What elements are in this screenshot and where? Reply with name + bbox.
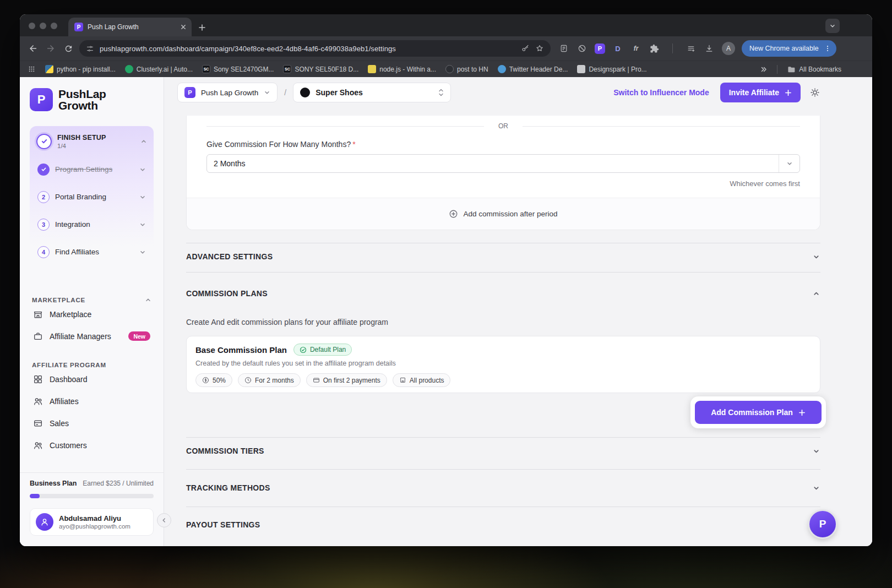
all-bookmarks-button[interactable]: All Bookmarks: [787, 65, 841, 74]
browser-window: P Push Lap Growth pushlapgrowth.com/d: [20, 14, 872, 546]
step-number: 2: [37, 191, 50, 203]
section-divider: [186, 243, 820, 243]
bookmark-item[interactable]: python - pip install...: [45, 65, 116, 73]
user-profile-card[interactable]: Abdulsamad Aliyu ayo@pushlapgrowth.com: [30, 508, 154, 536]
blocker-extension-icon[interactable]: [576, 43, 588, 54]
organization-selector[interactable]: P Push Lap Growth: [177, 83, 278, 102]
reload-icon[interactable]: [59, 40, 77, 57]
marketplace-section-header[interactable]: MARKETPLACE: [30, 297, 154, 303]
bookmark-item[interactable]: Twitter Header De...: [498, 65, 568, 73]
forward-icon[interactable]: [42, 40, 59, 57]
sidebar-item-dashboard[interactable]: Dashboard: [30, 368, 154, 390]
bookmark-item[interactable]: post to HN: [445, 65, 488, 73]
months-select[interactable]: 2 Months: [206, 154, 800, 173]
bookmark-item[interactable]: SCSony SEL2470GM...: [202, 65, 274, 73]
downloads-icon[interactable]: [704, 43, 715, 54]
tab-close-icon[interactable]: [180, 23, 187, 31]
duration-chip: For 2 months: [238, 373, 301, 387]
browser-tab[interactable]: P Push Lap Growth: [68, 18, 192, 36]
chrome-update-button[interactable]: New Chrome available: [742, 40, 836, 57]
sidebar-item-marketplace[interactable]: Marketplace: [30, 303, 154, 325]
setup-step-program-settings[interactable]: Program Settings: [35, 156, 148, 183]
bookmarks-overflow-chevrons-icon[interactable]: [760, 66, 768, 73]
chevron-down-icon[interactable]: [813, 448, 820, 455]
setup-step-integration[interactable]: 3 Integration: [35, 211, 148, 238]
section-tracking-methods[interactable]: TRACKING METHODS: [186, 483, 270, 492]
password-key-icon[interactable]: [521, 44, 530, 53]
add-commission-after-period-button[interactable]: Add commission after period: [187, 198, 820, 230]
brand-logo-icon: P: [30, 88, 53, 111]
clock-icon: [244, 377, 252, 384]
address-bar[interactable]: pushlapgrowth.com/dashboard/campaign/340…: [79, 40, 551, 57]
switch-influencer-mode-link[interactable]: Switch to Influencer Mode: [613, 88, 709, 97]
or-divider: OR: [187, 116, 820, 130]
chevron-down-icon[interactable]: [813, 253, 820, 260]
card-icon: [313, 377, 320, 384]
add-plan-highlight: Add Commission Plan: [690, 396, 826, 428]
finish-setup-header[interactable]: FINISH SETUP 1/4: [35, 133, 148, 150]
brand-logo[interactable]: P PushLap Growth: [30, 88, 154, 112]
sidebar-collapse-button[interactable]: [157, 513, 171, 527]
extensions-row: P D fr A: [558, 42, 735, 55]
section-advanced-settings[interactable]: ADVANCED SETTINGS: [186, 252, 273, 261]
theme-toggle-sun-icon[interactable]: [809, 87, 820, 98]
tab-search-chevron[interactable]: [825, 19, 840, 33]
new-tab-button[interactable]: [198, 24, 206, 31]
chevron-down-icon[interactable]: [813, 484, 820, 492]
bookmark-item[interactable]: Clusterly.ai | Auto...: [125, 65, 193, 73]
dollar-circle-icon: [202, 377, 209, 384]
close-window-button[interactable]: [29, 23, 35, 29]
sidebar-item-affiliates[interactable]: Affiliates: [30, 390, 154, 412]
pushlap-widget-button[interactable]: P: [809, 511, 836, 537]
sidebar-item-customers[interactable]: Customers: [30, 434, 154, 456]
bookmark-item[interactable]: Designspark | Pro...: [577, 65, 646, 73]
extensions-puzzle-icon[interactable]: [649, 43, 660, 54]
chrome-menu-kebab-icon[interactable]: [822, 42, 834, 55]
main-area: P Push Lap Growth / Super Shoes: [164, 77, 872, 546]
base-commission-plan-card: Base Commission Plan Default Plan Create…: [186, 336, 820, 393]
months-field-label: Give Commission For How Many Months?*: [206, 140, 800, 149]
settings-content: OR Give Commission For How Many Months?*…: [164, 108, 872, 546]
apps-grid-icon[interactable]: [28, 65, 36, 73]
hn-favicon: [445, 65, 454, 73]
campaign-selector[interactable]: Super Shoes: [293, 83, 451, 102]
plan-card-title: Base Commission Plan: [195, 345, 287, 355]
default-plan-badge: Default Plan: [293, 344, 352, 356]
section-commission-tiers[interactable]: COMMISSION TIERS: [186, 447, 264, 455]
bookmark-item[interactable]: node.js - Within a...: [368, 65, 436, 73]
zoom-window-button[interactable]: [51, 23, 57, 29]
setup-step-portal-branding[interactable]: 2 Portal Branding: [35, 183, 148, 211]
setup-step-find-affiliates[interactable]: 4 Find Affiliates: [35, 238, 148, 266]
bookmark-item[interactable]: SCSONY SEL50F18 D...: [283, 65, 358, 73]
nodejs-favicon: [368, 65, 376, 73]
chevron-down-icon: [139, 194, 146, 200]
campaign-logo: [300, 88, 310, 97]
products-chip: All products: [393, 373, 451, 387]
side-panel-icon[interactable]: [686, 43, 697, 54]
months-hint: Whichever comes first: [206, 179, 800, 188]
reading-list-add-icon[interactable]: [558, 43, 569, 54]
sidebar-item-sales[interactable]: Sales: [30, 412, 154, 434]
section-commission-plans[interactable]: COMMISSION PLANS: [186, 289, 268, 298]
minimize-window-button[interactable]: [40, 23, 46, 29]
section-payout-settings[interactable]: PAYOUT SETTINGS: [186, 520, 260, 529]
section-divider: [186, 272, 820, 273]
chevron-down-icon: [139, 166, 146, 173]
finish-setup-progress: 1/4: [57, 143, 106, 149]
fr-extension-icon[interactable]: fr: [630, 43, 641, 54]
bookmarks-bar: python - pip install... Clusterly.ai | A…: [20, 61, 872, 77]
bookmark-star-icon[interactable]: [535, 44, 544, 53]
site-settings-icon[interactable]: [86, 45, 94, 53]
chevron-up-icon: [140, 138, 147, 145]
chevron-up-icon[interactable]: [813, 290, 820, 297]
sidebar-item-affiliate-managers[interactable]: Affiliate Managers New: [30, 325, 154, 347]
profile-avatar[interactable]: A: [722, 42, 735, 55]
pushlap-extension-icon[interactable]: P: [595, 43, 605, 54]
designspark-favicon: [577, 65, 585, 73]
add-commission-plan-button[interactable]: Add Commission Plan: [695, 401, 822, 424]
invite-affiliate-button[interactable]: Invite Affiliate: [720, 83, 801, 102]
python-favicon: [45, 65, 53, 73]
plan-usage-block: Business Plan Earned $235 / Unlimited Ab…: [20, 472, 164, 536]
d-extension-icon[interactable]: D: [612, 43, 623, 54]
back-icon[interactable]: [24, 40, 42, 57]
